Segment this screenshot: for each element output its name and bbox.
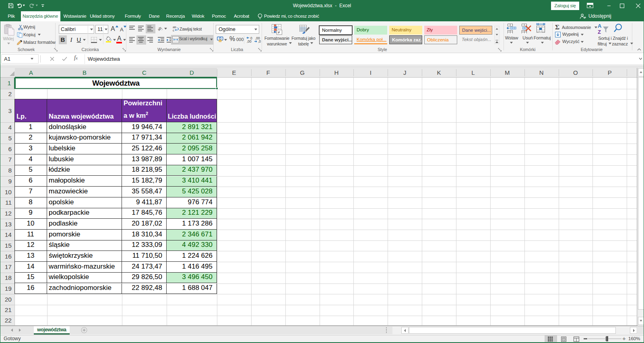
svg-text:Z: Z: [598, 29, 601, 34]
svg-text:,00: ,00: [247, 39, 252, 43]
svg-text:c: c: [173, 29, 174, 32]
svg-text:≠: ≠: [278, 30, 280, 35]
svg-text:ab: ab: [157, 26, 162, 32]
svg-text:A: A: [598, 23, 602, 29]
